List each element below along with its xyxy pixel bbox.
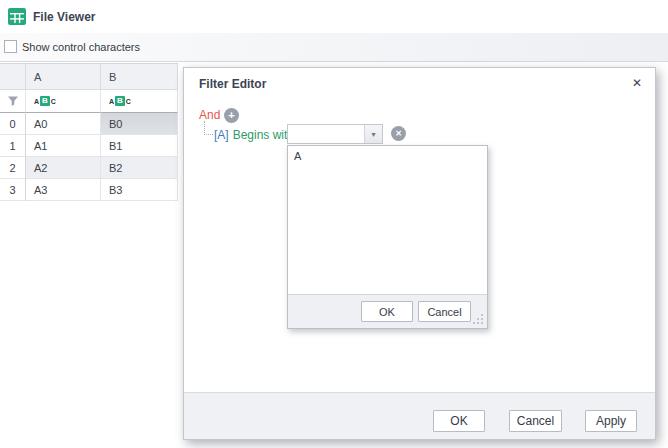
close-icon[interactable]: ✕: [632, 76, 642, 90]
data-grid: A B ABC ABC 0 A0 B0 1 A1 B1: [0, 63, 178, 201]
filter-cell-a[interactable]: ABC: [26, 90, 101, 113]
file-viewer-app: File Viewer Show control characters A B …: [0, 0, 668, 448]
table-row: 0 A0 B0: [0, 113, 178, 135]
filter-row-indicator[interactable]: [0, 90, 26, 113]
cell-b1[interactable]: B1: [101, 135, 178, 157]
condition-field-link[interactable]: [A]: [214, 128, 229, 142]
column-header-a[interactable]: A: [26, 64, 101, 90]
dialog-footer: OK Cancel Apply: [184, 392, 655, 439]
add-condition-button[interactable]: +: [224, 108, 239, 123]
abc-type-icon[interactable]: ABC: [34, 96, 56, 106]
row-indicator[interactable]: 3: [0, 179, 26, 201]
dropdown-cancel-button[interactable]: Cancel: [418, 301, 471, 322]
tree-connector: [204, 121, 213, 135]
cell-a1[interactable]: A1: [26, 135, 101, 157]
funnel-icon: [7, 95, 19, 107]
grid-header-row: A B: [0, 64, 178, 90]
cell-a2[interactable]: A2: [26, 157, 101, 179]
table-row: 2 A2 B2: [0, 157, 178, 179]
checkbox-label: Show control characters: [22, 41, 140, 53]
dropdown-ok-button[interactable]: OK: [361, 301, 413, 322]
dropdown-memo-edit[interactable]: A: [288, 146, 487, 294]
apply-button[interactable]: Apply: [585, 410, 637, 432]
filter-editor-dialog: Filter Editor ✕ And + [A] Begins with ▾ …: [183, 67, 656, 440]
condition-operator-link[interactable]: Begins with: [233, 128, 294, 142]
resize-grip[interactable]: [472, 313, 483, 324]
column-header-b[interactable]: B: [101, 64, 178, 90]
cell-b0-selected[interactable]: B0: [101, 113, 178, 135]
dialog-title: Filter Editor: [199, 77, 266, 91]
remove-condition-button[interactable]: ✕: [391, 126, 406, 141]
x-icon: ✕: [395, 126, 402, 141]
table-row: 3 A3 B3: [0, 179, 178, 201]
toolbar: Show control characters: [0, 33, 668, 62]
page-title: File Viewer: [33, 10, 95, 24]
combobox-dropdown-button[interactable]: ▾: [364, 125, 382, 143]
dropdown-editor-panel: A OK Cancel: [287, 145, 488, 329]
filter-row: ABC ABC: [0, 90, 178, 113]
row-indicator[interactable]: 0: [0, 113, 26, 135]
cancel-button[interactable]: Cancel: [509, 410, 562, 432]
filter-cell-b[interactable]: ABC: [101, 90, 178, 113]
title-bar: File Viewer: [0, 0, 668, 33]
row-indicator[interactable]: 1: [0, 135, 26, 157]
cell-a0[interactable]: A0: [26, 113, 101, 135]
group-operator-and[interactable]: And: [199, 108, 220, 122]
grid-corner-cell: [0, 64, 26, 90]
condition-value-input[interactable]: [288, 125, 364, 143]
cell-b3[interactable]: B3: [101, 179, 178, 201]
filter-condition: [A] Begins with: [214, 128, 294, 142]
show-control-characters-checkbox[interactable]: [4, 40, 17, 53]
row-indicator[interactable]: 2: [0, 157, 26, 179]
plus-icon: +: [228, 108, 234, 123]
ok-button[interactable]: OK: [433, 410, 485, 432]
table-row: 1 A1 B1: [0, 135, 178, 157]
chevron-down-icon: ▾: [371, 130, 375, 139]
cell-b2[interactable]: B2: [101, 157, 178, 179]
dropdown-panel-footer: OK Cancel: [288, 294, 487, 328]
condition-value-combobox: ▾: [287, 124, 383, 144]
cell-a3[interactable]: A3: [26, 179, 101, 201]
abc-type-icon[interactable]: ABC: [109, 96, 131, 106]
table-icon: [8, 8, 26, 25]
